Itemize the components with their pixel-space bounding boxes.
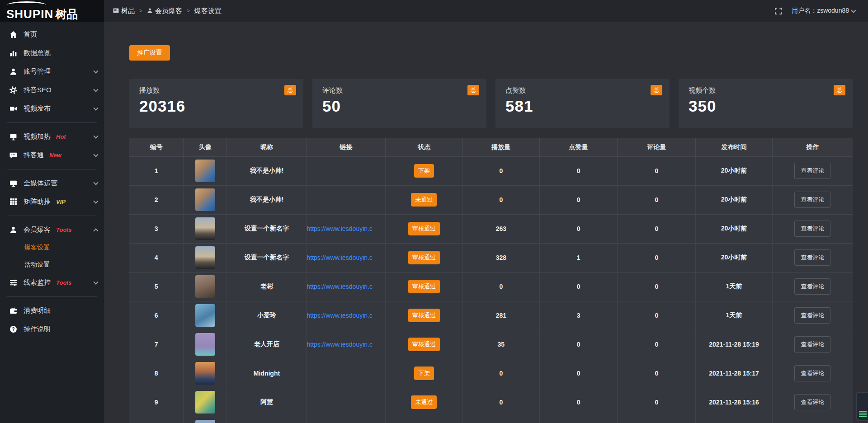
breadcrumb-item-2[interactable]: 爆客设置 [194,7,222,15]
status-badge: 下架 [414,367,434,380]
cell-time: 20小时前 [696,214,773,243]
cell-avatar [184,156,227,185]
column-header-编号: 编号 [129,138,184,156]
cell-avatar [184,388,227,417]
stat-card-value: 50 [322,97,476,115]
table-row-1: 1我不是小帅!下架00020小时前查看评论 [129,156,853,185]
monitor-icon [9,179,17,188]
view-comments-button[interactable]: 查看评论 [794,249,830,266]
cell-link [307,156,385,185]
sidebar-item-3[interactable]: 抖音SEO [0,81,104,99]
video-icon [9,105,17,113]
sidebar-divider [7,169,97,169]
chevron-down-icon [93,180,98,185]
cell-status: 审核通过 [385,243,462,272]
video-link[interactable]: https://www.iesdouyin.c [307,341,373,348]
sidebar-item-0[interactable]: 首页 [0,25,104,44]
cell-nickname: 设置一个新名字 [227,243,307,272]
table-row-9: 9阿慧未通过0002021-11-28 15:16查看评论 [129,388,853,417]
chevron-down-icon [93,105,98,110]
promo-settings-button[interactable]: 推广设置 [129,45,170,61]
cell-link: https://www.iesdouyin.c [307,243,385,272]
cell-likes: 0 [539,359,618,388]
sidebar: SHUPIN 树品 首页数据总览账号管理抖音SEO视频发布视频加热Hot抖客通N… [0,0,104,423]
cell-action: 查看评论 [772,330,853,359]
breadcrumb-label: 爆客设置 [194,7,222,15]
brand-logo: SHUPIN 树品 [0,0,104,22]
video-link[interactable]: https://www.iesdouyin.c [307,283,373,290]
column-header-链接: 链接 [307,138,385,156]
breadcrumb-item-0[interactable]: 树品 [113,7,135,15]
sidebar-item-16[interactable]: ?操作说明 [0,320,104,338]
sidebar-item-label: 矩阵助推 [24,197,51,206]
table-row-6: 6小爱玲https://www.iesdouyin.c审核通过281301天前查… [129,301,853,330]
cell-likes: 3 [539,301,618,330]
status-badge: 审核通过 [408,309,440,322]
sidebar-item-10[interactable]: 矩阵助推VIP [0,193,104,211]
breadcrumb: 树品>会员爆客>爆客设置 [113,7,222,15]
sidebar-subitem-活动设置[interactable]: 活动设置 [0,256,104,273]
view-comments-button[interactable]: 查看评论 [794,192,830,208]
home-icon [9,31,17,39]
cell-id: 4 [129,243,184,272]
sidebar-item-1[interactable]: 数据总览 [0,44,104,62]
cell-link: https://www.iesdouyin.c [307,330,385,359]
cell-action [772,417,853,423]
avatar [195,217,215,240]
table-header-row: 编号头像昵称链接状态播放量点赞量评论量发布时间操作 [129,138,853,156]
sidebar-item-7[interactable]: 抖客通New [0,146,104,164]
sidebar-item-13[interactable]: 线索监控Tools [0,273,104,292]
cell-plays: 35 [463,330,540,359]
cell-avatar [184,359,227,388]
sidebar-subitem-爆客设置[interactable]: 爆客设置 [0,239,104,256]
cell-likes: 0 [539,388,618,417]
cell-comments: 0 [618,388,696,417]
app-icon [113,7,119,15]
brand-logo-en: SHUPIN [6,8,53,20]
sidebar-item-4[interactable]: 视频发布 [0,99,104,118]
cell-likes: 0 [539,156,618,185]
table-row-8: 8Midnight下架0002021-11-28 15:17查看评论 [129,359,853,388]
view-comments-button[interactable]: 查看评论 [794,221,830,237]
sidebar-divider [7,216,97,216]
sidebar-item-9[interactable]: 全媒体运营 [0,174,104,193]
user-dropdown[interactable]: 用户名：zswodun88 [792,7,855,15]
video-link[interactable]: https://www.iesdouyin.c [307,225,373,232]
breadcrumb-item-1[interactable]: 会员爆客 [147,7,182,15]
topbar: 树品>会员爆客>爆客设置 用户名：zswodun88 [104,0,868,22]
cell-link [307,388,385,417]
help-icon: ? [9,325,17,334]
view-comments-button[interactable]: 查看评论 [794,307,830,324]
brand-logo-cn: 树品 [55,9,78,20]
avatar [195,333,215,356]
chevron-down-icon [851,8,856,13]
cell-likes: 1 [539,243,618,272]
view-comments-button[interactable]: 查看评论 [794,278,830,295]
sidebar-item-15[interactable]: 消费明细 [0,301,104,320]
sidebar-item-2[interactable]: 账号管理 [0,62,104,81]
video-link[interactable]: https://www.iesdouyin.c [307,254,373,261]
cell-avatar [184,301,227,330]
cell-plays [463,417,540,423]
column-header-点赞量: 点赞量 [539,138,618,156]
floating-widget[interactable] [856,392,868,421]
cell-id: 1 [129,156,184,185]
stat-card-0: 播放数20316总 [129,79,303,128]
chat-icon [9,151,17,160]
cell-id: 2 [129,185,184,214]
sidebar-item-12[interactable]: 会员爆客Tools [0,221,104,239]
person-icon [147,7,153,15]
stat-card-1: 评论数50总 [312,79,486,128]
cell-nickname: 我不是小帅! [227,185,307,214]
fullscreen-icon[interactable] [775,8,782,14]
cell-action: 查看评论 [772,301,853,330]
sidebar-item-6[interactable]: 视频加热Hot [0,127,104,146]
view-comments-button[interactable]: 查看评论 [794,163,830,179]
chart-icon [9,49,17,57]
view-comments-button[interactable]: 查看评论 [794,336,830,352]
video-link[interactable]: https://www.iesdouyin.c [307,312,373,319]
view-comments-button[interactable]: 查看评论 [794,394,830,410]
view-comments-button[interactable]: 查看评论 [794,365,830,381]
sidebar-item-label: 抖音SEO [24,86,52,94]
cell-avatar [184,272,227,301]
